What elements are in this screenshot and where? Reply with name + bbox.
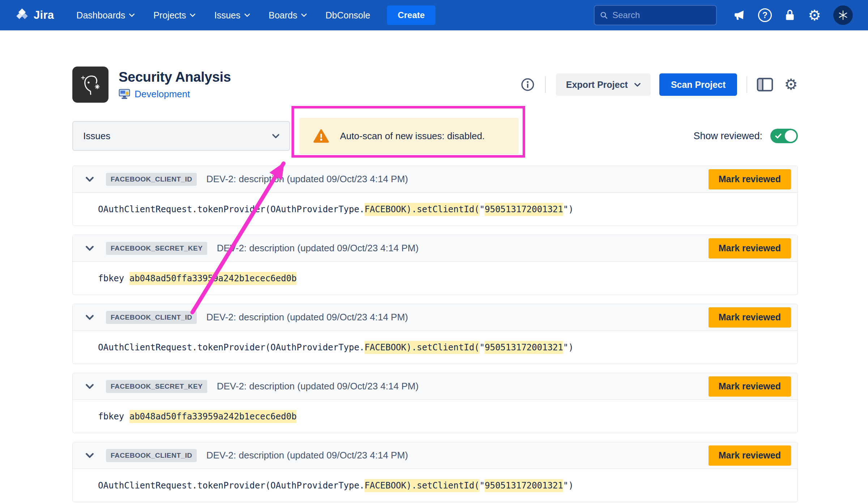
- mark-reviewed-button[interactable]: Mark reviewed: [709, 169, 791, 189]
- chevron-down-icon: [86, 384, 94, 389]
- chevron-down-icon: [129, 13, 135, 17]
- issue-body: fbkey ab048ad50ffa33959a242b1ecec6ed0b: [73, 400, 797, 433]
- lock-icon: [784, 9, 796, 22]
- show-reviewed-toggle[interactable]: [770, 129, 798, 143]
- help-icon: ?: [758, 8, 772, 22]
- help-button[interactable]: ?: [758, 8, 772, 22]
- filter-row: Issues Auto-scan of new issues: disabled…: [72, 118, 798, 154]
- project-breadcrumb: Development: [119, 89, 231, 100]
- chevron-down-icon: [244, 13, 250, 17]
- issue-group: FACEBOOK_SECRET_KEY DEV-2: description (…: [72, 235, 798, 295]
- issue-code: fbkey ab048ad50ffa33959a242b1ecec6ed0b: [98, 411, 297, 422]
- issue-badge: FACEBOOK_CLIENT_ID: [106, 173, 197, 186]
- top-navigation: Jira Dashboards Projects Issues Boards D…: [0, 0, 868, 30]
- issue-body: OAuthClientRequest.tokenProvider(OAuthPr…: [73, 469, 797, 502]
- issue-code: OAuthClientRequest.tokenProvider(OAuthPr…: [98, 342, 574, 353]
- nav-item-boards[interactable]: Boards: [269, 10, 307, 21]
- code-highlight: ab048ad50ffa33959a242b1ecec6ed0b: [129, 272, 297, 285]
- issue-group: FACEBOOK_CLIENT_ID DEV-2: description (u…: [72, 304, 798, 364]
- show-reviewed-label: Show reviewed:: [693, 131, 762, 142]
- issue-code: fbkey ab048ad50ffa33959a242b1ecec6ed0b: [98, 273, 297, 283]
- header-actions: Export Project Scan Project ⚙: [520, 73, 798, 96]
- collapse-issue-button[interactable]: [86, 453, 94, 458]
- chevron-down-icon: [86, 246, 94, 251]
- code-text: ": [480, 204, 485, 214]
- code-highlight: 950513172001321: [485, 203, 563, 216]
- info-button[interactable]: [520, 77, 535, 92]
- code-text: ": [480, 480, 485, 491]
- issues-filter-value: Issues: [83, 131, 110, 142]
- nav-item-label: DbConsole: [326, 10, 370, 21]
- project-avatar-art: [78, 72, 102, 97]
- warning-icon: [313, 129, 329, 143]
- page-title: Security Analysis: [119, 69, 231, 85]
- code-highlight: FACEBOOK).setClientId(: [365, 341, 480, 354]
- issue-body: OAuthClientRequest.tokenProvider(OAuthPr…: [73, 193, 797, 226]
- code-text: OAuthClientRequest.tokenProvider(OAuthPr…: [98, 342, 365, 353]
- issue-code: OAuthClientRequest.tokenProvider(OAuthPr…: [98, 480, 574, 491]
- mark-reviewed-button[interactable]: Mark reviewed: [709, 376, 791, 397]
- mark-reviewed-button[interactable]: Mark reviewed: [709, 238, 791, 259]
- search-input[interactable]: [612, 10, 711, 20]
- search-box[interactable]: [594, 5, 717, 25]
- mark-reviewed-button[interactable]: Mark reviewed: [709, 445, 791, 466]
- code-highlight: FACEBOOK).setClientId(: [365, 203, 480, 216]
- issue-header: FACEBOOK_CLIENT_ID DEV-2: description (u…: [73, 166, 797, 193]
- check-icon: [775, 133, 782, 139]
- project-header: Security Analysis Development Export Pro…: [72, 67, 798, 103]
- issue-badge: FACEBOOK_SECRET_KEY: [106, 242, 207, 255]
- chevron-down-icon: [190, 13, 195, 17]
- autoscan-warning-text: Auto-scan of new issues: disabled.: [340, 131, 485, 142]
- issue-badge: FACEBOOK_CLIENT_ID: [106, 449, 197, 462]
- chevron-down-icon: [272, 134, 279, 138]
- issue-header: FACEBOOK_CLIENT_ID DEV-2: description (u…: [73, 442, 797, 469]
- nav-item-label: Issues: [214, 10, 240, 21]
- issue-title: DEV-2: description (updated 09/Oct/23 4:…: [217, 243, 418, 254]
- code-text: "): [563, 204, 574, 214]
- collapse-issue-button[interactable]: [86, 315, 94, 320]
- jira-logo[interactable]: Jira: [15, 8, 54, 23]
- nav-icons: ? ⚙: [733, 5, 853, 25]
- details-panel-button[interactable]: [757, 77, 773, 92]
- show-reviewed-control: Show reviewed:: [693, 129, 798, 143]
- search-icon: [600, 10, 608, 20]
- settings-button[interactable]: ⚙: [808, 8, 821, 22]
- info-icon: [520, 77, 535, 92]
- project-settings-button[interactable]: ⚙: [784, 77, 798, 92]
- nav-item-dashboards[interactable]: Dashboards: [76, 10, 135, 21]
- nav-item-projects[interactable]: Projects: [153, 10, 195, 21]
- issues-list: FACEBOOK_CLIENT_ID DEV-2: description (u…: [72, 166, 798, 502]
- export-project-button[interactable]: Export Project: [556, 73, 651, 96]
- user-avatar[interactable]: [833, 5, 853, 25]
- nav-item-label: Projects: [153, 10, 186, 21]
- code-text: OAuthClientRequest.tokenProvider(OAuthPr…: [98, 204, 365, 214]
- chevron-down-icon: [634, 83, 641, 87]
- issue-code: OAuthClientRequest.tokenProvider(OAuthPr…: [98, 204, 574, 214]
- project-link[interactable]: Development: [135, 89, 190, 100]
- security-lock-button[interactable]: [784, 9, 796, 22]
- side-panel-icon: [757, 77, 773, 92]
- scan-project-button[interactable]: Scan Project: [659, 73, 737, 96]
- jira-logo-icon: [15, 8, 29, 23]
- create-button[interactable]: Create: [387, 5, 436, 25]
- issues-filter-dropdown[interactable]: Issues: [72, 121, 290, 151]
- collapse-issue-button[interactable]: [86, 246, 94, 251]
- issue-title: DEV-2: description (updated 09/Oct/23 4:…: [206, 450, 408, 461]
- collapse-issue-button[interactable]: [86, 384, 94, 389]
- gear-icon: ⚙: [808, 8, 821, 22]
- mark-reviewed-button[interactable]: Mark reviewed: [709, 307, 791, 328]
- nav-item-label: Boards: [269, 10, 297, 21]
- nav-item-issues[interactable]: Issues: [214, 10, 250, 21]
- divider: [545, 76, 546, 93]
- code-text: ": [480, 342, 485, 353]
- issue-group: FACEBOOK_SECRET_KEY DEV-2: description (…: [72, 373, 798, 433]
- chevron-down-icon: [86, 453, 94, 458]
- issue-group: FACEBOOK_CLIENT_ID DEV-2: description (u…: [72, 442, 798, 502]
- announcements-button[interactable]: [733, 9, 746, 21]
- issue-badge: FACEBOOK_SECRET_KEY: [106, 380, 207, 393]
- nav-item-dbconsole[interactable]: DbConsole: [326, 10, 370, 21]
- collapse-issue-button[interactable]: [86, 177, 94, 182]
- chevron-down-icon: [86, 177, 94, 182]
- issue-badge: FACEBOOK_CLIENT_ID: [106, 311, 197, 324]
- code-text: fbkey: [98, 273, 129, 283]
